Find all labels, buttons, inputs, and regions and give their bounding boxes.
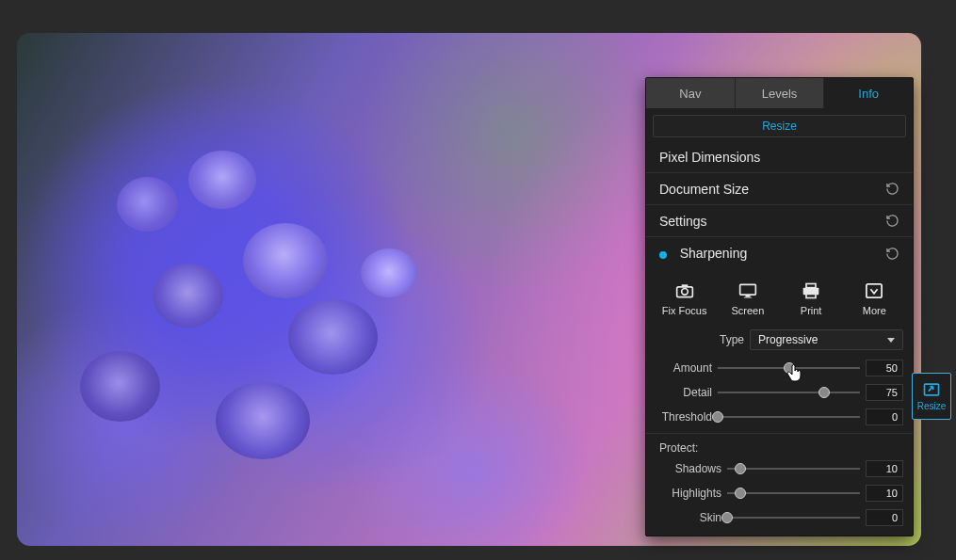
preset-screen[interactable]: Screen: [717, 279, 778, 320]
skin-label: Skin: [656, 511, 721, 524]
threshold-slider[interactable]: [718, 408, 860, 425]
preset-more[interactable]: More: [844, 279, 905, 320]
settings-label: Settings: [659, 214, 707, 229]
svg-rect-4: [745, 296, 750, 297]
svg-rect-6: [806, 284, 816, 288]
slider-skin: Skin 0: [646, 505, 913, 530]
slider-threshold: Threshold 0: [646, 405, 913, 429]
section-document-size[interactable]: Document Size: [646, 173, 913, 205]
preset-icon-row: Fix Focus Screen Print More: [646, 269, 913, 326]
enabled-dot-icon: [659, 251, 667, 259]
floating-resize-label: Resize: [917, 401, 947, 411]
sharpening-label: Sharpening: [680, 246, 748, 261]
more-chevron-icon: [864, 282, 884, 299]
type-row: Type Progressive: [646, 326, 913, 356]
highlights-thumb[interactable]: [735, 488, 746, 499]
preset-screen-label: Screen: [731, 305, 764, 316]
slider-detail: Detail 75: [646, 380, 913, 405]
resize-icon: [922, 381, 941, 398]
amount-value[interactable]: 50: [866, 360, 903, 376]
threshold-thumb[interactable]: [712, 411, 723, 423]
camera-icon: [675, 282, 694, 299]
threshold-value[interactable]: 0: [866, 408, 903, 425]
floating-resize-tool[interactable]: Resize: [912, 373, 951, 420]
highlights-value[interactable]: 10: [866, 485, 903, 502]
skin-value[interactable]: 0: [866, 509, 903, 526]
reset-icon[interactable]: [881, 210, 903, 232]
svg-point-1: [681, 289, 688, 296]
slider-highlights: Highlights 10: [646, 481, 913, 505]
resize-button[interactable]: Resize: [653, 115, 906, 137]
svg-rect-5: [744, 297, 752, 298]
highlights-slider[interactable]: [727, 485, 860, 502]
slider-shadows: Shadows 10: [646, 456, 913, 481]
preset-fix-focus-label: Fix Focus: [662, 305, 707, 316]
tab-info[interactable]: Info: [824, 78, 913, 108]
preset-fix-focus[interactable]: Fix Focus: [654, 279, 715, 320]
highlights-label: Highlights: [656, 487, 721, 500]
reset-icon[interactable]: [881, 178, 903, 200]
shadows-label: Shadows: [656, 462, 721, 475]
monitor-icon: [738, 282, 757, 299]
document-size-label: Document Size: [659, 182, 749, 197]
threshold-label: Threshold: [656, 410, 712, 424]
section-settings[interactable]: Settings: [646, 205, 913, 237]
amount-slider[interactable]: [718, 360, 860, 376]
svg-rect-9: [867, 284, 882, 297]
detail-thumb[interactable]: [818, 387, 830, 398]
type-label: Type: [656, 333, 750, 346]
tab-levels[interactable]: Levels: [736, 78, 825, 108]
pixel-dimensions-label: Pixel Dimensions: [659, 150, 760, 165]
section-sharpening[interactable]: Sharpening: [646, 237, 913, 269]
section-pixel-dimensions[interactable]: Pixel Dimensions: [646, 141, 913, 173]
type-select[interactable]: Progressive: [750, 329, 903, 350]
amount-thumb[interactable]: [784, 362, 795, 374]
tab-nav[interactable]: Nav: [646, 78, 736, 108]
detail-value[interactable]: 75: [866, 384, 903, 401]
preset-more-label: More: [863, 305, 886, 316]
preset-print[interactable]: Print: [781, 279, 842, 320]
shadows-thumb[interactable]: [735, 463, 746, 474]
shadows-value[interactable]: 10: [866, 460, 903, 477]
printer-icon: [802, 282, 820, 299]
svg-rect-2: [681, 284, 688, 287]
skin-thumb[interactable]: [721, 512, 733, 523]
detail-label: Detail: [656, 386, 712, 399]
panel-tabs: Nav Levels Info: [646, 78, 913, 108]
detail-slider[interactable]: [718, 384, 860, 401]
type-value: Progressive: [758, 333, 818, 346]
info-panel: Nav Levels Info Resize Pixel Dimensions …: [645, 77, 914, 536]
shadows-slider[interactable]: [727, 460, 860, 477]
amount-label: Amount: [656, 361, 712, 375]
svg-rect-3: [740, 284, 756, 295]
preset-print-label: Print: [801, 305, 822, 316]
chevron-down-icon: [887, 338, 895, 343]
protect-label: Protect:: [646, 433, 913, 456]
slider-amount: Amount 50: [646, 356, 913, 380]
skin-slider[interactable]: [727, 509, 860, 526]
reset-icon[interactable]: [881, 242, 903, 264]
